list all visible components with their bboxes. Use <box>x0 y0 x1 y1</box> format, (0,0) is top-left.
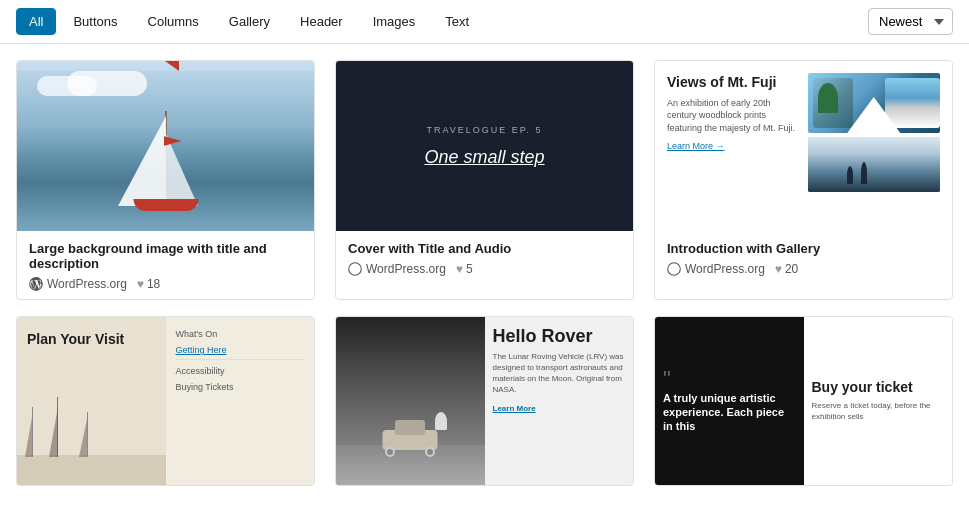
card-plan[interactable]: Plan Your Visit What's On Getting Here A… <box>16 316 315 486</box>
art-quote-mark: " <box>663 368 796 390</box>
card-3-likes: ♥ 20 <box>775 262 798 276</box>
svg-point-2 <box>668 263 681 276</box>
card-art[interactable]: " A truly unique artistic experience. Ea… <box>654 316 953 486</box>
plan-getting-here[interactable]: Getting Here <box>176 345 305 360</box>
card-1-info: Large background image with title and de… <box>17 231 314 299</box>
gallery-desc: An exhibition of early 20th century wood… <box>667 97 800 135</box>
gallery-link[interactable]: Learn More → <box>667 140 800 153</box>
card-2-info: Cover with Title and Audio WordPress.org… <box>336 231 633 284</box>
gallery-title: Views of Mt. Fuji <box>667 73 800 93</box>
card-cover[interactable]: TRAVELOGUE EP. 5 One small step Cover wi… <box>335 60 634 300</box>
gallery-text: Views of Mt. Fuji An exhibition of early… <box>667 73 800 153</box>
filter-bar: All Buttons Columns Gallery Header Image… <box>0 0 969 44</box>
card-1-source-label: WordPress.org <box>47 277 127 291</box>
rover-title: Hello Rover <box>493 327 626 347</box>
card-2-preview: TRAVELOGUE EP. 5 One small step <box>336 61 633 231</box>
heart-icon-2: ♥ <box>456 262 463 276</box>
sort-wrapper: Newest Oldest Popular <box>868 8 953 35</box>
art-quote-text: A truly unique artistic experience. Each… <box>663 392 796 433</box>
card-1-preview <box>17 61 314 231</box>
card-1-title: Large background image with title and de… <box>29 241 302 271</box>
card-rover[interactable]: Hello Rover The Lunar Roving Vehicle (LR… <box>335 316 634 486</box>
tab-all[interactable]: All <box>16 8 56 35</box>
cover-title: One small step <box>424 147 544 168</box>
card-2-likes: ♥ 5 <box>456 262 473 276</box>
plan-buying-tickets: Buying Tickets <box>176 382 305 392</box>
cover-episode: TRAVELOGUE EP. 5 <box>426 125 542 135</box>
card-3-info: Introduction with Gallery WordPress.org … <box>655 231 952 284</box>
card-sailing[interactable]: Large background image with title and de… <box>16 60 315 300</box>
tab-images[interactable]: Images <box>360 8 429 35</box>
card-3-source-label: WordPress.org <box>685 262 765 276</box>
plan-accessibility: Accessibility <box>176 366 305 376</box>
card-3-title: Introduction with Gallery <box>667 241 940 256</box>
sort-select[interactable]: Newest Oldest Popular <box>868 8 953 35</box>
gallery-images <box>808 73 941 192</box>
card-gallery[interactable]: Views of Mt. Fuji An exhibition of early… <box>654 60 953 300</box>
card-2-likes-count: 5 <box>466 262 473 276</box>
gallery-img-top <box>808 73 941 133</box>
card-1-meta: WordPress.org ♥ 18 <box>29 277 302 291</box>
plan-whats-on: What's On <box>176 329 305 339</box>
card-2-source: WordPress.org <box>348 262 446 276</box>
card-2-title: Cover with Title and Audio <box>348 241 621 256</box>
card-3-meta: WordPress.org ♥ 20 <box>667 262 940 276</box>
wordpress-icon <box>29 277 43 291</box>
card-1-likes-count: 18 <box>147 277 160 291</box>
tab-buttons[interactable]: Buttons <box>60 8 130 35</box>
art-ticket-title: Buy your ticket <box>812 379 945 396</box>
heart-icon-3: ♥ <box>775 262 782 276</box>
tab-columns[interactable]: Columns <box>135 8 212 35</box>
tab-gallery[interactable]: Gallery <box>216 8 283 35</box>
rover-link[interactable]: Learn More <box>493 404 626 413</box>
card-3-source: WordPress.org <box>667 262 765 276</box>
plan-title: Plan Your Visit <box>27 331 156 348</box>
card-grid: Large background image with title and de… <box>0 44 969 316</box>
card-3-likes-count: 20 <box>785 262 798 276</box>
rover-desc: The Lunar Roving Vehicle (LRV) was desig… <box>493 351 626 396</box>
art-ticket-desc: Reserve a ticket today, before the exhib… <box>812 400 945 422</box>
gallery-img-bottom <box>808 137 941 192</box>
wordpress-icon-3 <box>667 262 681 276</box>
card-2-meta: WordPress.org ♥ 5 <box>348 262 621 276</box>
tab-text[interactable]: Text <box>432 8 482 35</box>
card-1-likes: ♥ 18 <box>137 277 160 291</box>
card-1-source: WordPress.org <box>29 277 127 291</box>
wordpress-icon-2 <box>348 262 362 276</box>
card-3-preview: Views of Mt. Fuji An exhibition of early… <box>655 61 952 231</box>
tab-header[interactable]: Header <box>287 8 356 35</box>
bottom-row: Plan Your Visit What's On Getting Here A… <box>0 316 969 502</box>
heart-icon: ♥ <box>137 277 144 291</box>
card-2-source-label: WordPress.org <box>366 262 446 276</box>
svg-point-1 <box>349 263 362 276</box>
